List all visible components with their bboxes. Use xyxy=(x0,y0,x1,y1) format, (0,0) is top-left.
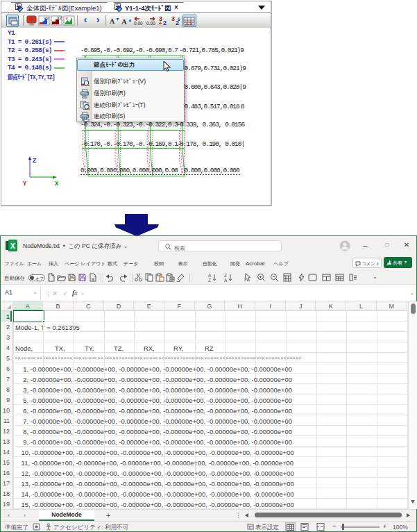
svg-text:0.00: 0.00 xyxy=(134,21,143,26)
svg-text:XZ: XZ xyxy=(57,16,62,20)
svg-text:A: A xyxy=(110,17,115,25)
svg-text:XY: XY xyxy=(44,17,49,21)
svg-text:0.00: 0.00 xyxy=(146,21,155,26)
svg-text:Z: Z xyxy=(208,278,211,283)
svg-text:3: 3 xyxy=(171,15,175,22)
svg-text:X: X xyxy=(55,181,59,188)
svg-text:Z: Z xyxy=(33,158,36,165)
svg-text:X: X xyxy=(10,242,15,250)
svg-text:A: A xyxy=(121,17,127,26)
svg-text:A: A xyxy=(224,278,228,283)
svg-text:3: 3 xyxy=(159,15,162,22)
svg-text:123: 123 xyxy=(185,21,193,26)
svg-text:Y: Y xyxy=(23,181,27,188)
svg-text:Y: Y xyxy=(65,17,68,21)
svg-text:2: 2 xyxy=(163,19,167,26)
